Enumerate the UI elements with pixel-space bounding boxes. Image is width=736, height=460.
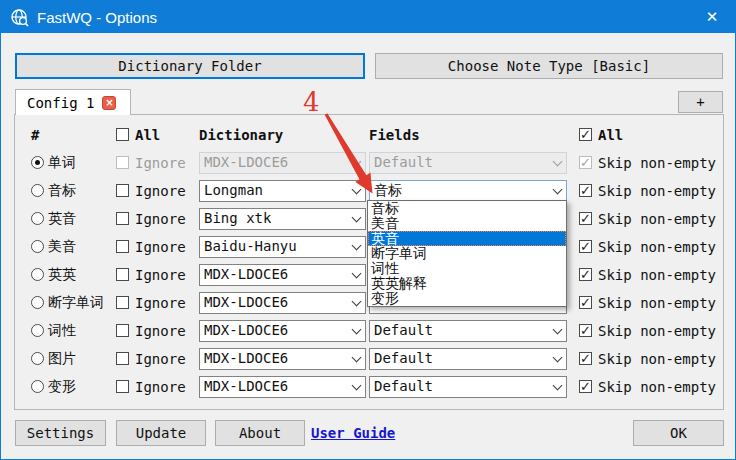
row-radio[interactable] bbox=[31, 380, 44, 393]
table-row: 图片 Ignore MDX-LDOCE6 Default Skip non-em… bbox=[1, 345, 735, 373]
dictionary-value: MDX-LDOCE6 bbox=[204, 294, 288, 310]
ignore-label: Ignore bbox=[135, 211, 186, 227]
dropdown-option[interactable]: 断字单词 bbox=[368, 246, 566, 261]
row-radio[interactable] bbox=[31, 324, 44, 337]
close-button[interactable]: ✕ bbox=[689, 1, 735, 33]
dropdown-option[interactable]: 变形 bbox=[368, 291, 566, 306]
dropdown-option[interactable]: 音标 bbox=[368, 201, 566, 216]
row-label: 单词 bbox=[48, 154, 76, 172]
settings-button[interactable]: Settings bbox=[15, 420, 106, 446]
fields-select[interactable]: 音标 bbox=[369, 180, 567, 202]
fields-select[interactable]: Default bbox=[369, 348, 567, 370]
skip-checkbox[interactable] bbox=[579, 240, 592, 253]
skip-label: Skip non-empty bbox=[598, 267, 716, 283]
dictionary-select[interactable]: Bing xtk bbox=[199, 208, 366, 230]
row-radio[interactable] bbox=[31, 184, 44, 197]
fields-value: 音标 bbox=[374, 182, 402, 200]
ignore-checkbox[interactable] bbox=[116, 156, 129, 169]
row-radio[interactable] bbox=[31, 212, 44, 225]
dictionary-value: Longman bbox=[204, 182, 263, 198]
dictionary-select[interactable]: MDX-LDOCE6 bbox=[199, 292, 366, 314]
row-label: 英英 bbox=[48, 266, 76, 284]
tab-close-icon[interactable]: × bbox=[102, 96, 116, 110]
row-radio[interactable] bbox=[31, 240, 44, 253]
ignore-checkbox[interactable] bbox=[116, 184, 129, 197]
dictionary-select[interactable]: Baidu-Hanyu bbox=[199, 236, 366, 258]
dictionary-select[interactable]: MDX-LDOCE6 bbox=[199, 320, 366, 342]
dictionary-folder-button[interactable]: Dictionary Folder bbox=[15, 53, 365, 79]
skip-label: Skip non-empty bbox=[598, 323, 716, 339]
chevron-down-icon bbox=[347, 349, 365, 369]
skip-label: Skip non-empty bbox=[598, 351, 716, 367]
skip-checkbox[interactable] bbox=[579, 324, 592, 337]
skip-checkbox[interactable] bbox=[579, 212, 592, 225]
table-row: 词性 Ignore MDX-LDOCE6 Default Skip non-em… bbox=[1, 317, 735, 345]
dropdown-option[interactable]: 美音 bbox=[368, 216, 566, 231]
dictionary-select[interactable]: MDX-LDOCE6 bbox=[199, 264, 366, 286]
ignore-label: Ignore bbox=[135, 183, 186, 199]
grid-header: # All Dictionary Fields All bbox=[1, 123, 735, 147]
ok-button[interactable]: OK bbox=[633, 420, 724, 446]
dropdown-option[interactable]: 英英解释 bbox=[368, 276, 566, 291]
dropdown-option[interactable]: 英音 bbox=[368, 231, 566, 246]
dictionary-select[interactable]: MDX-LDOCE6 bbox=[199, 376, 366, 398]
all-left-checkbox[interactable] bbox=[116, 128, 129, 141]
choose-note-type-button[interactable]: Choose Note Type [Basic] bbox=[375, 53, 723, 79]
row-label: 变形 bbox=[48, 378, 76, 396]
skip-label: Skip non-empty bbox=[598, 239, 716, 255]
row-radio[interactable] bbox=[31, 296, 44, 309]
all-right-checkbox[interactable] bbox=[579, 128, 592, 141]
ignore-label: Ignore bbox=[135, 323, 186, 339]
ignore-checkbox[interactable] bbox=[116, 240, 129, 253]
about-button[interactable]: About bbox=[215, 420, 305, 446]
chevron-down-icon bbox=[347, 153, 365, 173]
dropdown-option[interactable]: 词性 bbox=[368, 261, 566, 276]
ignore-checkbox[interactable] bbox=[116, 296, 129, 309]
ignore-label: Ignore bbox=[135, 239, 186, 255]
row-radio[interactable] bbox=[31, 352, 44, 365]
ignore-label: Ignore bbox=[135, 267, 186, 283]
ignore-checkbox[interactable] bbox=[116, 352, 129, 365]
header-fields: Fields bbox=[369, 127, 420, 143]
header-hash: # bbox=[31, 127, 39, 143]
fields-dropdown-list: 音标美音英音断字单词词性英英解释变形 bbox=[367, 200, 567, 307]
fields-value: Default bbox=[374, 350, 433, 366]
table-row: 变形 Ignore MDX-LDOCE6 Default Skip non-em… bbox=[1, 373, 735, 401]
header-all-right: All bbox=[598, 127, 623, 143]
ignore-checkbox[interactable] bbox=[116, 380, 129, 393]
chevron-down-icon bbox=[548, 377, 566, 397]
dictionary-value: MDX-LDOCE6 bbox=[204, 322, 288, 338]
row-radio[interactable] bbox=[31, 156, 44, 169]
row-label: 词性 bbox=[48, 322, 76, 340]
chevron-down-icon bbox=[347, 237, 365, 257]
skip-checkbox[interactable] bbox=[579, 184, 592, 197]
add-tab-button[interactable]: + bbox=[678, 91, 723, 113]
row-radio[interactable] bbox=[31, 268, 44, 281]
fields-value: Default bbox=[374, 378, 433, 394]
skip-checkbox[interactable] bbox=[579, 380, 592, 393]
dictionary-select[interactable]: MDX-LDOCE6 bbox=[199, 348, 366, 370]
ignore-checkbox[interactable] bbox=[116, 324, 129, 337]
skip-label: Skip non-empty bbox=[598, 155, 716, 171]
fields-select[interactable]: Default bbox=[369, 376, 567, 398]
chevron-down-icon bbox=[347, 265, 365, 285]
dictionary-select[interactable]: MDX-LDOCE6 bbox=[199, 152, 366, 174]
fields-select[interactable]: Default bbox=[369, 152, 567, 174]
fields-value: Default bbox=[374, 322, 433, 338]
skip-checkbox[interactable] bbox=[579, 296, 592, 309]
skip-checkbox[interactable] bbox=[579, 268, 592, 281]
fields-select[interactable]: Default bbox=[369, 320, 567, 342]
title-bar: FastWQ - Options ✕ bbox=[1, 1, 735, 33]
ignore-checkbox[interactable] bbox=[116, 268, 129, 281]
user-guide-link[interactable]: User Guide bbox=[311, 425, 395, 441]
chevron-down-icon bbox=[347, 321, 365, 341]
row-label: 音标 bbox=[48, 182, 76, 200]
update-button[interactable]: Update bbox=[116, 420, 206, 446]
skip-checkbox[interactable] bbox=[579, 156, 592, 169]
table-row: 单词 Ignore MDX-LDOCE6 Default Skip non-em… bbox=[1, 149, 735, 177]
tab-config-1[interactable]: Config 1 × bbox=[15, 89, 131, 115]
ignore-checkbox[interactable] bbox=[116, 212, 129, 225]
skip-checkbox[interactable] bbox=[579, 352, 592, 365]
header-all-left: All bbox=[135, 127, 160, 143]
dictionary-select[interactable]: Longman bbox=[199, 180, 366, 202]
